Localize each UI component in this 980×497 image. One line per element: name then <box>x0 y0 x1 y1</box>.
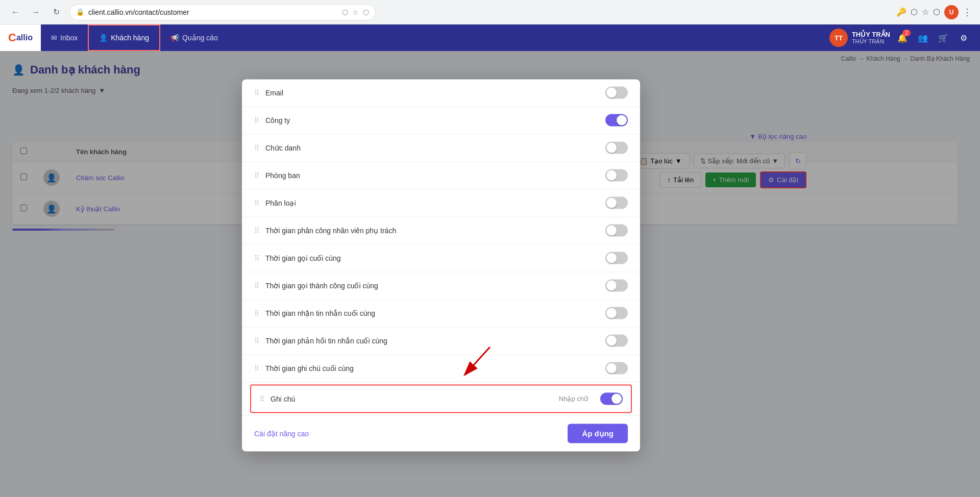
nav-item-khachhang-label: Khách hàng <box>111 34 149 42</box>
modal-row-ghichu: ⠿ Ghi chú Nhập chữ <box>250 384 632 413</box>
modal-label-tggoicuoi: Thời gian gọi cuối cùng <box>265 254 605 262</box>
back-button[interactable]: ← <box>8 5 22 19</box>
drag-handle-chucdanh[interactable]: ⠿ <box>254 144 259 152</box>
modal-label-tggoitc: Thời gian gọi thành công cuối cùng <box>265 282 605 290</box>
screen-cast-icon: ⬡ <box>911 7 918 17</box>
modal-label-email: Email <box>265 89 605 97</box>
drag-handle-tgphanhoi[interactable]: ⠿ <box>254 337 259 345</box>
contacts-btn[interactable]: 👥 <box>915 30 931 46</box>
nav-item-quangcao-label: Quảng cáo <box>182 34 218 42</box>
modal-label-phongban: Phòng ban <box>265 171 605 180</box>
toggle-track-chucdanh <box>605 142 628 154</box>
drag-handle-ghichu[interactable]: ⠿ <box>259 394 264 403</box>
url-bar[interactable]: 🔒 client.callio.vn/contact/customer ⬡ ☆ … <box>69 4 376 20</box>
toggle-tgnhantinnhan[interactable] <box>605 307 628 319</box>
nav-item-quangcao[interactable]: 📢 Quảng cáo <box>160 24 228 51</box>
refresh-button[interactable]: ↻ <box>49 5 63 19</box>
url-text: client.callio.vn/contact/customer <box>88 8 189 16</box>
modal-row-email: ⠿ Email <box>242 79 640 107</box>
modal-label-ghichu: Ghi chú <box>271 394 559 403</box>
toggle-thumb-ghichu <box>611 393 622 404</box>
drag-handle-tgnhantinnhan[interactable]: ⠿ <box>254 309 259 317</box>
modal-body: ⠿ Email ⠿ Công ty <box>242 79 640 415</box>
drag-handle-phanloai[interactable]: ⠿ <box>254 199 259 207</box>
modal-row-phongban: ⠿ Phòng ban <box>242 162 640 189</box>
forward-button[interactable]: → <box>29 5 43 19</box>
user-avatar-chrome[interactable]: U <box>944 5 959 19</box>
toggle-thumb-email <box>606 88 617 98</box>
drag-handle-congty[interactable]: ⠿ <box>254 116 259 125</box>
toggle-thumb-tgphanhoi <box>606 336 617 346</box>
toggle-thumb-tggoicuoi <box>606 253 617 263</box>
toggle-thumb-chucdanh <box>606 143 617 153</box>
toggle-track-ghichu <box>600 392 623 405</box>
toggle-thumb-tggoitc <box>606 281 617 291</box>
app-wrapper: Callio ✉ Inbox 👤 Khách hàng 📢 Quảng cáo … <box>0 24 980 497</box>
browser-chrome: ← → ↻ 🔒 client.callio.vn/contact/custome… <box>0 0 980 24</box>
settings-modal: ⠿ Email ⠿ Công ty <box>242 79 640 451</box>
nav-right: TT THỦY TRẦN THỦY TRẦN 🔔 2 👥 🛒 ⚙ <box>829 29 980 47</box>
inbox-icon: ✉ <box>51 34 57 42</box>
modal-label-congty: Công ty <box>265 116 605 125</box>
toggle-tgphanhoi[interactable] <box>605 335 628 347</box>
toggle-tgphancong[interactable] <box>605 225 628 237</box>
drag-handle-tggoicuoi[interactable]: ⠿ <box>254 254 259 262</box>
user-avatar-nav[interactable]: TT <box>829 29 848 47</box>
apps-icon[interactable]: ⬡ <box>933 7 940 17</box>
cart-btn[interactable]: 🛒 <box>935 30 951 46</box>
key-icon: 🔑 <box>896 7 906 17</box>
user-sub: THỦY TRẦN <box>852 38 890 45</box>
drag-handle-tggoitc[interactable]: ⠿ <box>254 282 259 290</box>
drag-handle-email[interactable]: ⠿ <box>254 89 259 97</box>
toggle-thumb-tgghichu <box>606 363 617 374</box>
toggle-thumb-tgphancong <box>606 226 617 236</box>
toggle-tgghichu[interactable] <box>605 362 628 375</box>
modal-label-tgphanhoi: Thời gian phản hồi tin nhắn cuối cùng <box>265 337 605 345</box>
modal-row-tggoitc: ⠿ Thời gian gọi thành công cuối cùng <box>242 272 640 300</box>
toggle-track-congty <box>605 114 628 127</box>
toggle-phanloai[interactable] <box>605 197 628 209</box>
apply-button[interactable]: Áp dụng <box>568 424 628 443</box>
toggle-thumb-phanloai <box>606 198 617 208</box>
toggle-track-tggoicuoi <box>605 252 628 264</box>
drag-handle-tgghichu[interactable]: ⠿ <box>254 364 259 372</box>
toggle-track-tgghichu <box>605 362 628 375</box>
modal-row-congty: ⠿ Công ty <box>242 107 640 134</box>
drag-handle-phongban[interactable]: ⠿ <box>254 171 259 180</box>
toggle-chucdanh[interactable] <box>605 142 628 154</box>
modal-sublabel-ghichu: Nhập chữ <box>559 395 588 403</box>
toggle-congty[interactable] <box>605 114 628 127</box>
toggle-ghichu[interactable] <box>600 392 623 405</box>
nav-items: ✉ Inbox 👤 Khách hàng 📢 Quảng cáo <box>41 24 228 51</box>
toggle-track-tggoitc <box>605 280 628 292</box>
toggle-tggoitc[interactable] <box>605 280 628 292</box>
toggle-email[interactable] <box>605 87 628 99</box>
advanced-settings-link[interactable]: Cài đặt nâng cao <box>254 429 309 437</box>
star-icon[interactable]: ☆ <box>352 8 359 16</box>
toggle-track-phanloai <box>605 197 628 209</box>
settings-btn-nav[interactable]: ⚙ <box>955 30 972 46</box>
toggle-tggoicuoi[interactable] <box>605 252 628 264</box>
bookmark-icon[interactable]: ☆ <box>922 7 929 17</box>
drag-handle-tgphancong[interactable]: ⠿ <box>254 227 259 235</box>
modal-row-phanloai: ⠿ Phân loại <box>242 189 640 217</box>
toggle-thumb-tgnhantinnhan <box>606 308 617 318</box>
toggle-phongban[interactable] <box>605 169 628 182</box>
toggle-track-tgphanhoi <box>605 335 628 347</box>
modal-row-chucdanh: ⠿ Chức danh <box>242 134 640 162</box>
modal-label-tgphancong: Thời gian phân công nhân viên phụ trách <box>265 227 605 235</box>
nav-item-khachhang[interactable]: 👤 Khách hàng <box>88 24 160 51</box>
modal-label-tgnhantinnhan: Thời gian nhận tin nhắn cuối cùng <box>265 309 605 317</box>
user-info: THỦY TRẦN THỦY TRẦN <box>852 31 890 45</box>
notification-badge: 2 <box>902 30 911 36</box>
extension-icon[interactable]: ⬡ <box>363 8 369 16</box>
modal-label-chucdanh: Chức danh <box>265 144 605 152</box>
notification-btn[interactable]: 🔔 2 <box>894 30 911 46</box>
modal-row-tgphanhoi: ⠿ Thời gian phản hồi tin nhắn cuối cùng <box>242 327 640 355</box>
toggle-track-tgphancong <box>605 225 628 237</box>
modal-row-tggoicuoi: ⠿ Thời gian gọi cuối cùng <box>242 244 640 272</box>
menu-icon[interactable]: ⋮ <box>963 7 972 18</box>
nav-item-inbox[interactable]: ✉ Inbox <box>41 24 88 51</box>
toggle-thumb-phongban <box>606 170 617 181</box>
nav-logo[interactable]: Callio <box>0 24 41 51</box>
